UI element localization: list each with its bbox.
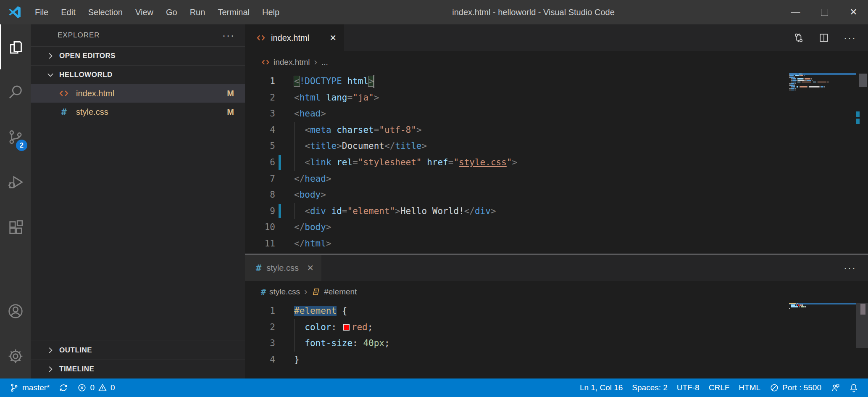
scrollbar-thumb[interactable] [859, 74, 867, 87]
line-number: 10 [245, 219, 275, 236]
scm-badge: 2 [16, 140, 27, 151]
git-modified-badge: M [227, 107, 234, 117]
tab-index-html[interactable]: index.html ✕ [245, 24, 344, 51]
breadcrumb-file[interactable]: # style.css [261, 287, 300, 297]
breadcrumb-separator: › [314, 57, 317, 68]
css-rule-symbol-icon [311, 287, 321, 296]
file-name: style.css [76, 107, 108, 117]
code-line[interactable]: 8<body> [245, 187, 868, 203]
code-line[interactable]: 3<head> [245, 106, 868, 122]
close-tab-icon[interactable]: ✕ [307, 263, 314, 273]
editor-more-actions[interactable]: ··· [844, 262, 856, 274]
activity-settings[interactable] [0, 333, 31, 378]
code-line[interactable]: 1<!DOCTYPE html> [245, 73, 868, 90]
explorer-more-actions[interactable]: ··· [222, 29, 235, 41]
gear-icon [7, 348, 24, 365]
code-line[interactable]: 5 <title>Document</title> [245, 138, 868, 154]
activity-bar: 2 [0, 24, 31, 378]
section-open-editors[interactable]: OPEN EDITORS [31, 46, 245, 65]
menu-run[interactable]: Run [184, 0, 212, 24]
line-number: 7 [245, 171, 275, 187]
circle-slash-icon [770, 383, 779, 392]
menu-file[interactable]: File [29, 0, 55, 24]
menu-view[interactable]: View [129, 0, 160, 24]
bell-icon [849, 383, 858, 392]
minimap[interactable] [789, 303, 856, 309]
line-number: 11 [245, 236, 275, 252]
editor-more-actions[interactable]: ··· [844, 32, 856, 44]
line-number: 4 [245, 122, 275, 138]
activity-explorer[interactable] [0, 24, 31, 69]
sync-status[interactable] [54, 378, 73, 397]
minimize-button[interactable]: — [781, 0, 810, 24]
code-line[interactable]: 7</head> [245, 171, 868, 187]
file-item-style-css[interactable]: # style.css M [31, 103, 245, 121]
breadcrumb-separator: › [304, 286, 307, 297]
scrollbar-thumb[interactable] [860, 304, 865, 315]
activity-search[interactable] [0, 69, 31, 114]
code-line[interactable]: 11</html> [245, 236, 868, 252]
breadcrumb-symbol[interactable]: #element [311, 287, 357, 296]
code-line[interactable]: 4 <meta charset="utf-8"> [245, 122, 868, 138]
maximize-icon [821, 9, 828, 16]
indentation[interactable]: Spaces: 2 [627, 383, 672, 392]
close-window-button[interactable]: ✕ [839, 0, 868, 24]
text-cursor [374, 75, 375, 88]
menu-edit[interactable]: Edit [55, 0, 82, 24]
menu-help[interactable]: Help [256, 0, 286, 24]
code-line[interactable]: 1#element { [245, 303, 868, 319]
activity-accounts[interactable] [0, 288, 31, 333]
encoding[interactable]: UTF-8 [672, 383, 704, 392]
problems-status[interactable]: 0 0 [73, 378, 119, 397]
language-mode[interactable]: HTML [734, 383, 765, 392]
section-outline[interactable]: OUTLINE [31, 341, 245, 360]
eol-sequence[interactable]: CRLF [704, 383, 734, 392]
menu-terminal[interactable]: Terminal [211, 0, 256, 24]
section-folder-helloworld[interactable]: HELLOWORLD [31, 65, 245, 84]
section-timeline[interactable]: TIMELINE [31, 360, 245, 378]
cursor-position[interactable]: Ln 1, Col 16 [575, 383, 627, 392]
maximize-button[interactable] [810, 0, 839, 24]
vscode-window: File Edit Selection View Go Run Terminal… [0, 0, 868, 397]
html-file-icon [58, 88, 70, 99]
code-line[interactable]: 2<html lang="ja"> [245, 90, 868, 106]
breadcrumb-file[interactable]: index.html [261, 58, 310, 67]
breadcrumb-symbol[interactable]: ... [321, 58, 328, 67]
scrollbar[interactable] [856, 303, 868, 378]
color-swatch[interactable] [343, 324, 350, 331]
open-changes-icon[interactable] [793, 32, 804, 43]
tab-bar: index.html ✕ ··· [245, 24, 868, 51]
code-line[interactable]: 4} [245, 352, 868, 368]
notifications-status[interactable] [844, 383, 863, 392]
activity-extensions[interactable] [0, 204, 31, 249]
minimap[interactable] [789, 73, 856, 91]
code-line[interactable]: 6 <link rel="stylesheet" href="style.css… [245, 154, 868, 171]
feedback-status[interactable] [826, 383, 844, 392]
css-file-icon: # [261, 287, 266, 297]
code-editor-css[interactable]: 1#element {2 color: red;3 font-size: 40p… [245, 303, 868, 378]
title-bar: File Edit Selection View Go Run Terminal… [0, 0, 868, 24]
html-file-icon [256, 33, 266, 43]
scrollbar[interactable] [856, 73, 868, 254]
code-line[interactable]: 3 font-size: 40px; [245, 335, 868, 352]
code-line[interactable]: 10</body> [245, 219, 868, 236]
close-tab-icon[interactable]: ✕ [329, 33, 337, 43]
git-branch-status[interactable]: master* [5, 378, 54, 397]
line-number: 2 [245, 90, 275, 106]
menu-selection[interactable]: Selection [82, 0, 129, 24]
file-item-index-html[interactable]: index.html M [31, 84, 245, 103]
menu-go[interactable]: Go [160, 0, 184, 24]
live-server-port[interactable]: Port : 5500 [765, 383, 826, 392]
code-line[interactable]: 2 color: red; [245, 319, 868, 336]
code-editor-html[interactable]: 1<!DOCTYPE html>2<html lang="ja">3<head>… [245, 73, 868, 254]
code-line[interactable]: 9 <div id="element">Hello World!</div> [245, 203, 868, 220]
css-file-icon: # [58, 107, 70, 117]
split-editor-icon[interactable] [818, 32, 829, 43]
feedback-person-icon [831, 383, 840, 392]
chevron-right-icon [47, 365, 54, 373]
line-number: 9 [245, 203, 275, 220]
sync-icon [59, 383, 68, 392]
tab-style-css[interactable]: # style.css ✕ [245, 255, 321, 281]
activity-source-control[interactable]: 2 [0, 114, 31, 159]
activity-run-debug[interactable] [0, 159, 31, 204]
